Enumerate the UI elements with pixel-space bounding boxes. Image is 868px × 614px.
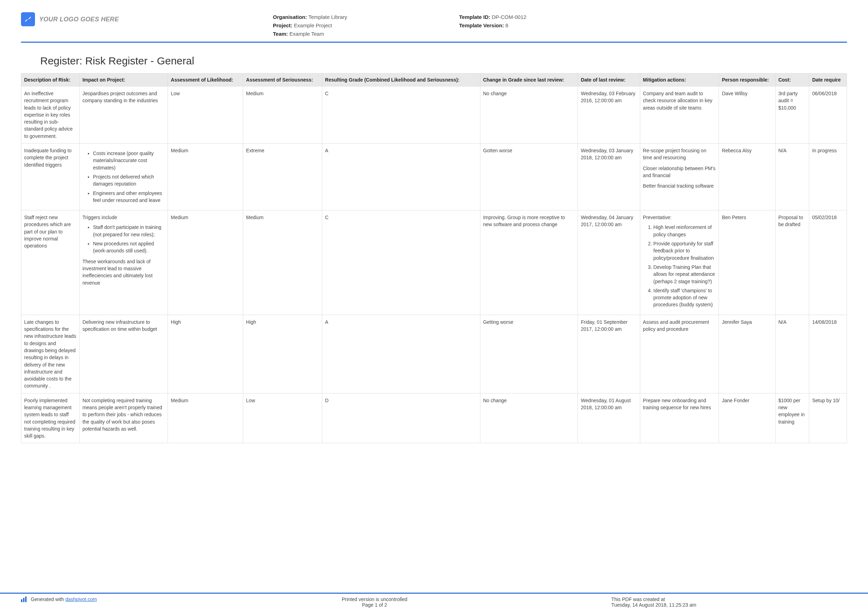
cell: Jane Fonder — [719, 393, 775, 443]
list-item: Staff don't participate in training (not… — [93, 224, 165, 238]
list-item: Costs increase (poor quality materials/i… — [93, 150, 165, 171]
cell: 06/06/2018 — [809, 87, 847, 143]
cell: Staff reject new procedures which are pa… — [21, 210, 80, 315]
cell: Setup by 10/ — [809, 393, 847, 443]
col-responsible: Person responsible: — [719, 73, 775, 87]
cell: A — [322, 315, 480, 393]
header-meta: Organisation: Template Library Project: … — [273, 12, 527, 38]
cell: Extreme — [243, 143, 322, 210]
footer-left: Generated with dashpivot.com — [21, 597, 257, 608]
cell: No change — [480, 393, 578, 443]
cell-impact: Costs increase (poor quality materials/i… — [79, 143, 168, 210]
cell-impact: Triggers includeStaff don't participate … — [79, 210, 168, 315]
cell: High — [243, 315, 322, 393]
org-label: Organisation: — [273, 14, 307, 20]
col-change: Change in Grade since last review: — [480, 73, 578, 87]
risk-register-table: Description of Risk: Impact on Project: … — [21, 73, 847, 443]
cell: Getting worse — [480, 315, 578, 393]
cell: In progress — [809, 143, 847, 210]
list-item: New procedures not applied (work-arounds… — [93, 240, 165, 255]
table-row: An ineffective recruitment program leads… — [21, 87, 847, 143]
cell: Low — [243, 393, 322, 443]
col-likelihood: Assessment of Likelihood: — [168, 73, 243, 87]
col-impact: Impact on Project: — [79, 73, 168, 87]
cell: C — [322, 210, 480, 315]
cell: Wednesday, 03 January 2018, 12:00:00 am — [578, 143, 640, 210]
cell: Poorly implemented learning management s… — [21, 393, 80, 443]
col-last-review: Date of last review: — [578, 73, 640, 87]
template-version-value: 8 — [505, 22, 508, 28]
col-date-required: Date require — [809, 73, 847, 87]
cell: Wednesday, 03 February 2016, 12:00:00 am — [578, 87, 640, 143]
document-page: YOUR LOGO GOES HERE Organisation: Templa… — [0, 0, 868, 614]
col-mitigation: Mitigation actions: — [640, 73, 719, 87]
cell-mitigation: Re-scope project focusing on time and re… — [640, 143, 719, 210]
template-version-label: Template Version: — [459, 22, 504, 28]
col-grade: Resulting Grade (Combined Likelihood and… — [322, 73, 480, 87]
logo-area: YOUR LOGO GOES HERE — [21, 12, 273, 26]
cell: Jennifer Saya — [719, 315, 775, 393]
cell: Ben Peters — [719, 210, 775, 315]
cell: Rebecca Alsy — [719, 143, 775, 210]
cell: N/A — [775, 315, 809, 393]
cell-mitigation: Preventative:High level reinforcement of… — [640, 210, 719, 315]
cell: N/A — [775, 143, 809, 210]
list-item: Projects not delivered which damages rep… — [93, 173, 165, 188]
cell: Medium — [168, 143, 243, 210]
list-item: Develop Training Plan that allows for re… — [654, 264, 716, 285]
table-wrap: Description of Risk: Impact on Project: … — [21, 73, 847, 443]
template-id-value: DP-COM-0012 — [491, 14, 526, 20]
footer-right: This PDF was created at Tuesday, 14 Augu… — [492, 597, 847, 608]
list-item: Identify staff 'champions' to promote ad… — [654, 287, 716, 308]
uncontrolled-text: Printed version is uncontrolled — [257, 597, 493, 602]
template-id-label: Template ID: — [459, 14, 490, 20]
list-item: Provide opportunity for staff feedback p… — [654, 240, 716, 261]
list-item: High level reinforcement of policy chang… — [654, 224, 716, 238]
col-seriousness: Assessment of Seriousness: — [243, 73, 322, 87]
table-row: Inadequate funding to complete the proje… — [21, 143, 847, 210]
created-label: This PDF was created at — [611, 597, 847, 602]
cell: 05/02/2018 — [809, 210, 847, 315]
col-cost: Cost: — [775, 73, 809, 87]
cell: Medium — [243, 87, 322, 143]
cell: Improving. Group is more receptive to ne… — [480, 210, 578, 315]
project-value: Example Project — [294, 22, 332, 28]
page-title: Register: Risk Register - General — [21, 55, 847, 67]
table-body: An ineffective recruitment program leads… — [21, 87, 847, 443]
dashpivot-link[interactable]: dashpivot.com — [65, 597, 97, 602]
logo-icon — [21, 12, 35, 26]
generated-prefix: Generated with — [31, 597, 65, 602]
meta-right: Template ID: DP-COM-0012 Template Versio… — [459, 13, 526, 38]
cell: No change — [480, 87, 578, 143]
logo-placeholder-text: YOUR LOGO GOES HERE — [39, 16, 119, 23]
cell: 3rd party audit = $10,000 — [775, 87, 809, 143]
created-at: Tuesday, 14 August 2018, 11:25:23 am — [611, 602, 847, 608]
footer-center: Printed version is uncontrolled Page 1 o… — [257, 597, 493, 608]
cell-impact: Jeopardises project outcomes and company… — [79, 87, 168, 143]
cell-impact: Not completing required training means p… — [79, 393, 168, 443]
cell: Medium — [168, 393, 243, 443]
cell-mitigation: Prepare new onboarding and training sequ… — [640, 393, 719, 443]
team-value: Example Team — [289, 31, 324, 37]
cell: Friday, 01 September 2017, 12:00:00 am — [578, 315, 640, 393]
cell: $1000 per new employee in training — [775, 393, 809, 443]
table-row: Late changes to specifications for the n… — [21, 315, 847, 393]
cell: Wednesday, 04 January 2017, 12:00:00 am — [578, 210, 640, 315]
cell-impact: Delivering new infrastructure to specifi… — [79, 315, 168, 393]
table-row: Poorly implemented learning management s… — [21, 393, 847, 443]
cell-mitigation: Company and team audit to check resource… — [640, 87, 719, 143]
cell: 14/08/2018 — [809, 315, 847, 393]
org-value: Template Library — [308, 14, 347, 20]
col-description: Description of Risk: — [21, 73, 80, 87]
footer: Generated with dashpivot.com Printed ver… — [0, 593, 868, 614]
dashpivot-icon — [21, 597, 27, 603]
page-number: Page 1 of 2 — [257, 602, 493, 608]
cell: D — [322, 393, 480, 443]
cell: Dave Willsy — [719, 87, 775, 143]
cell: Medium — [243, 210, 322, 315]
cell: High — [168, 315, 243, 393]
cell: An ineffective recruitment program leads… — [21, 87, 80, 143]
cell-mitigation: Assess and audit procurement policy and … — [640, 315, 719, 393]
project-label: Project: — [273, 22, 293, 28]
cell: Inadequate funding to complete the proje… — [21, 143, 80, 210]
